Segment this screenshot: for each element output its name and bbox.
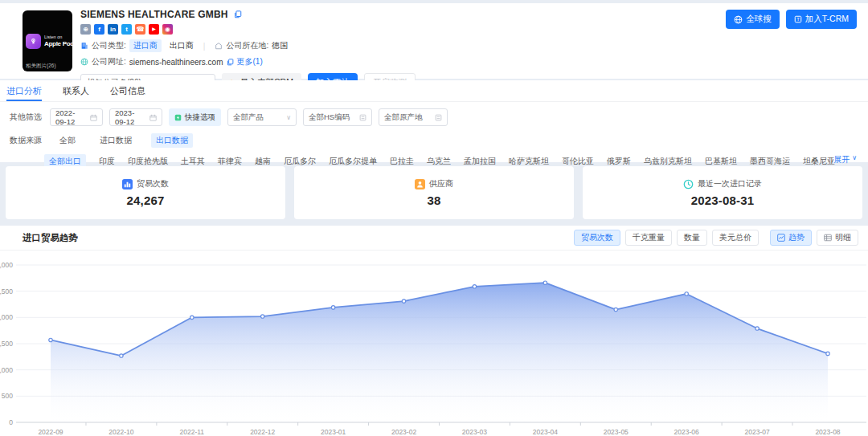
company-name: SIEMENS HEALTHCARE GMBH: [80, 9, 228, 20]
apple-podcasts-icon: [26, 34, 41, 49]
date-to-input[interactable]: 2023-09-12: [109, 108, 162, 126]
view-tab[interactable]: 趋势: [770, 230, 812, 246]
stat-card: 贸易次数24,267: [6, 166, 285, 219]
country-filter[interactable]: 巴拉圭: [390, 156, 414, 167]
data-source-row: 数据来源 全部进口数据出口数据: [0, 126, 868, 148]
stat-card-label-row: 供应商: [415, 178, 453, 189]
list-icon: [435, 114, 442, 121]
data-source-options: 全部进口数据出口数据: [55, 133, 193, 148]
stat-card: 供应商38: [294, 166, 574, 219]
twitter-icon[interactable]: t: [121, 24, 132, 35]
location-label: 公司所在地:: [226, 40, 268, 51]
clock-icon: [683, 179, 694, 189]
svg-text:2023-07: 2023-07: [744, 428, 769, 436]
social-icons: ⊕fint☎▶◉: [80, 24, 416, 35]
quick-options-icon: [174, 114, 182, 121]
phone-icon[interactable]: ☎: [135, 24, 145, 35]
expand-button[interactable]: 展开 ∨: [833, 154, 857, 165]
website-icon[interactable]: ⊕: [80, 24, 91, 35]
data-source-option[interactable]: 出口数据: [151, 133, 193, 148]
chevron-down-icon: ∨: [852, 154, 857, 165]
metric-tabs: 贸易次数千克重量数量美元总价: [574, 230, 759, 246]
country-filter[interactable]: 乌克兰: [427, 156, 451, 167]
country-filter[interactable]: 哥伦比亚: [562, 156, 594, 167]
country-filter[interactable]: 乌兹别克斯坦: [644, 156, 692, 167]
chevron-down-icon: ∨: [286, 114, 291, 121]
website-link[interactable]: siemens-healthineers.com: [129, 58, 223, 67]
origin-select[interactable]: 全部原产地: [379, 108, 448, 126]
analysis-panel: 进口分析联系人公司信息 其他筛选 2022-09-12 2023-09-12 快…: [0, 80, 868, 162]
linkedin-icon[interactable]: in: [108, 24, 118, 35]
svg-text:2022-10: 2022-10: [108, 428, 133, 436]
country-filter[interactable]: 俄罗斯: [607, 156, 631, 167]
origin-select-value: 全部原产地: [384, 112, 423, 123]
metric-tab[interactable]: 千克重量: [625, 230, 672, 246]
main-tab[interactable]: 公司信息: [110, 80, 145, 101]
date-from-value: 2022-09-12: [55, 108, 85, 126]
country-filter[interactable]: 孟加拉国: [464, 156, 496, 167]
country-filter[interactable]: 坦桑尼亚: [803, 156, 835, 167]
location-value: 德国: [272, 40, 288, 51]
main-tab[interactable]: 联系人: [63, 80, 89, 101]
metric-tab[interactable]: 美元总价: [712, 230, 759, 246]
stat-value: 2023-08-31: [691, 194, 755, 207]
global-search-button[interactable]: 全球搜: [726, 10, 780, 29]
data-source-label: 数据来源: [10, 135, 42, 146]
stat-label: 贸易次数: [137, 178, 169, 189]
youtube-icon[interactable]: ▶: [149, 24, 159, 35]
country-filter[interactable]: 厄瓜多尔提单: [329, 156, 377, 167]
company-logo[interactable]: Listen on Apple Podcasts 相关图片(26): [23, 10, 72, 71]
svg-text:2022-11: 2022-11: [180, 428, 205, 436]
website-more-link[interactable]: 更多(1): [237, 56, 263, 67]
copy-website-icon[interactable]: [227, 59, 234, 66]
company-type-label: 公司类型:: [92, 40, 126, 51]
view-tab-label: 明细: [835, 232, 851, 243]
country-filter[interactable]: 土耳其: [181, 156, 205, 167]
quick-options-button[interactable]: 快捷选项: [169, 108, 221, 126]
svg-text:1,000: 1,000: [0, 366, 13, 374]
stat-card: 最近一次进口记录2023-08-31: [583, 166, 862, 219]
country-filter[interactable]: 越南: [255, 156, 271, 167]
hs-code-value: 全部HS编码: [309, 112, 350, 123]
stats-cards: 贸易次数24,267供应商38最近一次进口记录2023-08-31: [6, 166, 862, 219]
country-filter[interactable]: 巴基斯坦: [705, 156, 737, 167]
date-from-input[interactable]: 2022-09-12: [50, 108, 103, 126]
svg-text:2023-05: 2023-05: [604, 428, 628, 436]
view-tabs: 趋势明细: [770, 230, 858, 246]
instagram-icon[interactable]: ◉: [162, 24, 173, 35]
country-filter[interactable]: 印度抢先版: [128, 156, 168, 167]
metric-tab[interactable]: 数量: [677, 230, 707, 246]
trend-section: 进口贸易趋势 贸易次数千克重量数量美元总价 趋势明细 05001,0001,50…: [0, 226, 868, 436]
chart-title: 进口贸易趋势: [23, 232, 78, 244]
join-tcrm-button[interactable]: T 加入T-CRM: [786, 10, 857, 29]
copy-company-name-icon[interactable]: [234, 10, 242, 18]
hs-code-select[interactable]: 全部HS编码: [303, 108, 372, 126]
svg-text:1,500: 1,500: [0, 340, 13, 348]
svg-text:500: 500: [2, 392, 13, 400]
exporter-tag[interactable]: 出口商: [170, 40, 194, 51]
svg-text:2,500: 2,500: [0, 287, 13, 295]
svg-text:2022-09: 2022-09: [38, 428, 63, 436]
main-tabs: 进口分析联系人公司信息: [0, 80, 868, 102]
country-filter[interactable]: 厄瓜多尔: [284, 156, 316, 167]
svg-text:2023-01: 2023-01: [321, 428, 346, 436]
main-tab[interactable]: 进口分析: [6, 80, 42, 101]
country-filter[interactable]: 哈萨克斯坦: [509, 156, 549, 167]
metric-tab[interactable]: 贸易次数: [574, 230, 620, 246]
facebook-icon[interactable]: f: [94, 24, 104, 35]
country-filter[interactable]: 墨西哥海运: [750, 156, 790, 167]
country-filter[interactable]: 菲律宾: [218, 156, 242, 167]
trend-area-chart[interactable]: 05001,0001,5002,0002,5003,0002022-092022…: [0, 257, 868, 436]
stat-value: 38: [427, 194, 440, 207]
view-tab[interactable]: 明细: [817, 230, 858, 246]
country-filter[interactable]: 印度: [99, 156, 115, 167]
stat-card-label-row: 最近一次进口记录: [683, 178, 762, 189]
data-source-option[interactable]: 全部: [55, 133, 80, 148]
importer-tag[interactable]: 进口商: [129, 39, 162, 52]
data-source-option[interactable]: 进口数据: [95, 133, 137, 148]
date-to-value: 2023-09-12: [115, 108, 145, 126]
calendar-icon: [149, 114, 157, 121]
stat-card-label-row: 贸易次数: [122, 178, 169, 189]
join-tcrm-label: 加入T-CRM: [805, 14, 849, 25]
product-select[interactable]: 全部产品 ∨: [227, 108, 297, 126]
